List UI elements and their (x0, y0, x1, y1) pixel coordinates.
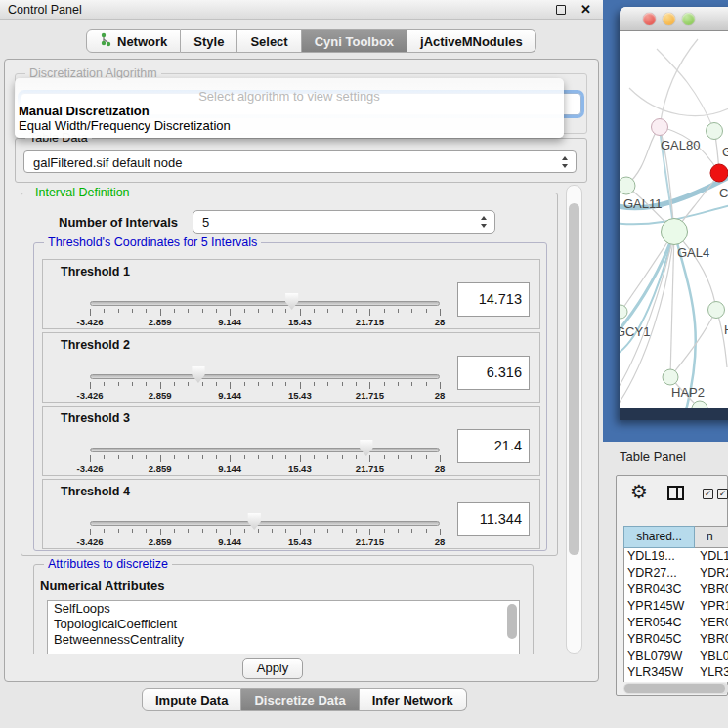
bottom-tab-bar: Impute DataDiscretize DataInfer Network (142, 688, 467, 711)
tab-network[interactable]: Network (86, 29, 181, 53)
network-node[interactable] (620, 177, 635, 194)
apply-button[interactable]: Apply (242, 658, 303, 679)
float-window-icon[interactable] (556, 5, 566, 15)
table-row[interactable]: YLR345WYLR3 (624, 664, 728, 681)
network-node[interactable] (663, 369, 678, 385)
slider-tick (285, 309, 286, 313)
tab-style[interactable]: Style (181, 29, 237, 53)
network-node-label-ga: GA (722, 145, 728, 159)
close-icon[interactable]: ✕ (580, 2, 591, 17)
network-node[interactable] (710, 164, 728, 182)
slider-tick (188, 309, 189, 313)
slider-tick (398, 455, 399, 459)
close-traffic-light-icon[interactable] (643, 13, 656, 25)
numerical-attributes-label: Numerical Attributes (40, 578, 164, 593)
slider-tick-label: 2.859 (134, 390, 187, 401)
settings-scroll-area: Interval Definition Number of Intervals … (13, 185, 584, 654)
slider-tick-label: 9.144 (203, 390, 256, 401)
gear-icon[interactable]: ⚙ (630, 482, 648, 501)
network-node[interactable] (662, 219, 688, 245)
slider-tick (369, 309, 370, 316)
table-row[interactable]: YDL19...YDL1 (624, 548, 728, 565)
threshold-value-field[interactable]: 14.713 (457, 282, 530, 317)
network-edge (629, 88, 728, 116)
table-data-combobox[interactable]: galFiltered.sif default node (23, 150, 577, 173)
network-node-label-gal4: GAL4 (677, 245, 709, 260)
network-node[interactable] (708, 302, 725, 319)
table-row[interactable]: YBR045CYBR0 (624, 631, 728, 648)
threshold-label: Threshold 2 (61, 338, 130, 352)
slider-tick (104, 309, 105, 313)
tab-select[interactable]: Select (237, 29, 301, 53)
threshold-panel: Threshold 2-3.4262.8599.14415.4321.71528… (42, 332, 540, 403)
network-node[interactable] (707, 123, 723, 140)
tab-cyni-toolbox[interactable]: Cyni Toolbox (302, 29, 407, 53)
table-row[interactable]: YDR27...YDR2 (624, 565, 728, 581)
slider-tick-label: 15.43 (274, 463, 326, 474)
slider-tick (426, 455, 427, 459)
attribute-item-selfloops[interactable]: SelfLoops (48, 601, 519, 617)
tab-infer-network[interactable]: Infer Network (360, 688, 467, 711)
slider-tick (216, 529, 217, 533)
settings-scrollbar-thumb[interactable] (569, 203, 579, 555)
threshold-slider-track[interactable] (90, 521, 440, 526)
algorithm-option-equal-width-frequency-discretization[interactable]: Equal Width/Frequency Discretization (15, 118, 564, 133)
threshold-slider-track[interactable] (90, 374, 440, 379)
zoom-traffic-light-icon[interactable] (682, 13, 695, 25)
network-node[interactable] (692, 401, 707, 408)
slider-tick-label: 21.715 (343, 317, 396, 327)
slider-tick (188, 455, 189, 459)
select-none-checkbox-icon[interactable]: ✓ (717, 489, 728, 499)
attribute-item-betweennesscentrality[interactable]: BetweennessCentrality (48, 632, 519, 648)
slider-tick (384, 309, 385, 313)
threshold-value-field[interactable]: 21.4 (457, 429, 530, 463)
thresholds-group: Threshold's Coordinates for 5 Intervals … (33, 242, 547, 551)
slider-tick (272, 309, 273, 313)
network-graph: GAL80GACGAL11GAL4GCY1HHAP2 (620, 31, 728, 408)
minimize-traffic-light-icon[interactable] (663, 13, 675, 25)
network-node[interactable] (652, 119, 668, 136)
table-row[interactable]: YBR043CYBR0 (624, 581, 728, 598)
table-column-header-n[interactable]: n (695, 526, 728, 548)
slider-tick (258, 382, 259, 386)
slider-tick (146, 309, 147, 313)
table-column-header-shared[interactable]: shared... (623, 526, 695, 548)
threshold-value-field[interactable]: 6.316 (457, 356, 530, 390)
table-row[interactable]: YPR145WYPR1 (624, 598, 728, 615)
table-hscrollbar-thumb[interactable] (624, 684, 725, 693)
slider-tick-label: 9.144 (203, 463, 256, 474)
number-of-intervals-combobox[interactable]: 5 (193, 210, 495, 234)
attribute-item-topologicalcoefficient[interactable]: TopologicalCoefficient (48, 617, 519, 632)
network-edge (716, 310, 727, 367)
attributes-group-title: Attributes to discretize (44, 557, 172, 571)
slider-tick (411, 309, 412, 313)
slider-tick (174, 455, 175, 459)
table-cell-name: YPR1 (696, 598, 728, 615)
threshold-slider-track[interactable] (90, 301, 440, 306)
select-all-checkbox-icon[interactable]: ✓ (703, 489, 713, 499)
threshold-slider-thumb[interactable] (191, 366, 205, 383)
tab-impute-data[interactable]: Impute Data (142, 688, 241, 711)
tab-discretize-data[interactable]: Discretize Data (241, 688, 359, 711)
table-row[interactable]: YIL052CYIL0 (624, 681, 728, 682)
threshold-value-field[interactable]: 11.344 (457, 502, 530, 536)
threshold-slider-track[interactable] (90, 448, 440, 452)
slider-tick (356, 455, 357, 459)
table-row[interactable]: YBL079WYBL0 (624, 648, 728, 664)
table-data-group: Table Data galFiltered.sif default node (15, 138, 587, 183)
slider-tick (327, 309, 328, 313)
threshold-slider-thumb[interactable] (359, 440, 373, 456)
threshold-slider-thumb[interactable] (284, 293, 299, 310)
slider-tick (300, 529, 301, 535)
slider-tick (314, 529, 315, 533)
algorithm-option-manual-discretization[interactable]: Manual Discretization (15, 104, 564, 118)
tab-jactivemnodules[interactable]: jActiveMNodules (407, 29, 536, 53)
slider-tick (230, 382, 231, 389)
network-node[interactable] (620, 305, 627, 319)
network-canvas[interactable]: GAL80GACGAL11GAL4GCY1HHAP2 (620, 31, 728, 408)
column-layout-icon[interactable] (667, 486, 684, 500)
table-row[interactable]: YER054CYER0 (624, 615, 728, 631)
attributes-list-scrollbar-thumb[interactable] (507, 604, 517, 639)
network-view-window: GAL80GACGAL11GAL4GCY1HHAP2 (620, 7, 728, 420)
threshold-slider-thumb[interactable] (247, 513, 262, 530)
